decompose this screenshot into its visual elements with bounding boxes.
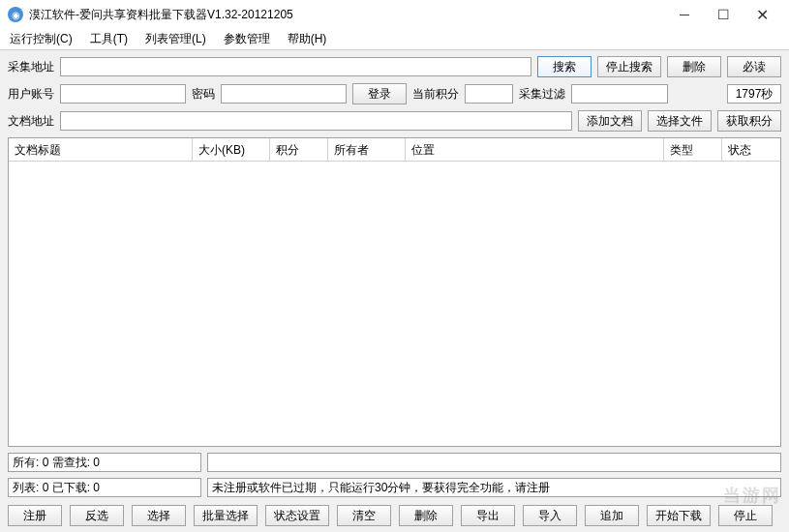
get-points-button[interactable]: 获取积分 bbox=[717, 110, 781, 132]
doc-url-label: 文档地址 bbox=[8, 113, 54, 130]
document-table: 文档标题 大小(KB) 积分 所有者 位置 类型 状态 bbox=[8, 137, 781, 447]
col-location[interactable]: 位置 bbox=[406, 138, 664, 161]
titlebar: ◉ 漠江软件-爱问共享资料批量下载器V1.32-20121205 ─ ☐ ✕ bbox=[0, 0, 789, 29]
list-downloaded-status: 列表: 0 已下载: 0 bbox=[8, 478, 201, 497]
current-points-value bbox=[465, 84, 513, 103]
doc-url-input[interactable] bbox=[60, 111, 572, 131]
close-button[interactable]: ✕ bbox=[743, 1, 781, 28]
batch-select-button[interactable]: 批量选择 bbox=[194, 505, 258, 526]
window-title: 漠江软件-爱问共享资料批量下载器V1.32-20121205 bbox=[29, 7, 665, 23]
status-row-2: 列表: 0 已下载: 0 未注册或软件已过期，只能运行30分钟，要获得完全功能，… bbox=[8, 478, 781, 497]
content-area: 采集地址 搜索 停止搜索 删除 必读 用户账号 密码 登录 当前积分 采集过滤 … bbox=[0, 50, 789, 532]
start-download-button[interactable]: 开始下载 bbox=[647, 505, 711, 526]
collect-url-input[interactable] bbox=[60, 57, 531, 76]
stop-button[interactable]: 停止 bbox=[718, 505, 773, 526]
collect-url-row: 采集地址 搜索 停止搜索 删除 必读 bbox=[8, 56, 781, 77]
doc-url-row: 文档地址 添加文档 选择文件 获取积分 bbox=[8, 110, 781, 132]
password-input[interactable] bbox=[221, 84, 347, 103]
app-window: ◉ 漠江软件-爱问共享资料批量下载器V1.32-20121205 ─ ☐ ✕ 运… bbox=[0, 0, 789, 532]
col-type[interactable]: 类型 bbox=[664, 138, 722, 161]
export-button[interactable]: 导出 bbox=[461, 505, 515, 526]
status-blank-1 bbox=[207, 453, 781, 472]
collect-url-label: 采集地址 bbox=[8, 59, 54, 75]
col-owner[interactable]: 所有者 bbox=[328, 138, 406, 161]
col-status[interactable]: 状态 bbox=[722, 138, 780, 161]
table-body[interactable] bbox=[9, 162, 780, 446]
col-size[interactable]: 大小(KB) bbox=[193, 138, 270, 161]
status-set-button[interactable]: 状态设置 bbox=[265, 505, 329, 526]
must-read-button[interactable]: 必读 bbox=[727, 56, 781, 77]
clear-button[interactable]: 清空 bbox=[337, 505, 391, 526]
col-title[interactable]: 文档标题 bbox=[9, 138, 193, 161]
select-button[interactable]: 选择 bbox=[132, 505, 186, 526]
user-account-label: 用户账号 bbox=[8, 86, 54, 103]
current-points-label: 当前积分 bbox=[412, 86, 459, 103]
stop-search-button[interactable]: 停止搜索 bbox=[597, 56, 661, 77]
menu-help[interactable]: 帮助(H) bbox=[284, 29, 331, 49]
app-icon: ◉ bbox=[8, 7, 23, 22]
menu-list-management[interactable]: 列表管理(L) bbox=[141, 29, 210, 49]
window-controls: ─ ☐ ✕ bbox=[665, 1, 781, 28]
add-doc-button[interactable]: 添加文档 bbox=[578, 110, 642, 132]
register-button[interactable]: 注册 bbox=[8, 505, 62, 526]
search-button[interactable]: 搜索 bbox=[537, 56, 592, 77]
menu-tools[interactable]: 工具(T) bbox=[86, 29, 132, 49]
status-row-1: 所有: 0 需查找: 0 bbox=[8, 453, 781, 472]
login-button[interactable]: 登录 bbox=[352, 83, 407, 104]
menu-param-management[interactable]: 参数管理 bbox=[220, 29, 274, 49]
invert-select-button[interactable]: 反选 bbox=[70, 505, 124, 526]
append-button[interactable]: 追加 bbox=[585, 505, 639, 526]
timer-display: 1797秒 bbox=[727, 84, 781, 103]
delete-button[interactable]: 删除 bbox=[667, 56, 721, 77]
all-need-find-status: 所有: 0 需查找: 0 bbox=[8, 453, 201, 472]
collect-filter-label: 采集过滤 bbox=[519, 86, 565, 103]
register-message: 未注册或软件已过期，只能运行30分钟，要获得完全功能，请注册 bbox=[207, 478, 781, 497]
table-header: 文档标题 大小(KB) 积分 所有者 位置 类型 状态 bbox=[9, 138, 780, 162]
import-button[interactable]: 导入 bbox=[523, 505, 577, 526]
bottom-toolbar: 注册 反选 选择 批量选择 状态设置 清空 删除 导出 导入 追加 开始下载 停… bbox=[8, 503, 781, 526]
menubar: 运行控制(C) 工具(T) 列表管理(L) 参数管理 帮助(H) bbox=[0, 29, 789, 50]
login-row: 用户账号 密码 登录 当前积分 采集过滤 1797秒 bbox=[8, 83, 781, 104]
delete-bottom-button[interactable]: 删除 bbox=[399, 505, 453, 526]
col-points[interactable]: 积分 bbox=[270, 138, 328, 161]
minimize-button[interactable]: ─ bbox=[665, 1, 704, 28]
menu-run-control[interactable]: 运行控制(C) bbox=[6, 29, 76, 49]
maximize-button[interactable]: ☐ bbox=[704, 1, 743, 28]
user-account-input[interactable] bbox=[60, 84, 186, 103]
password-label: 密码 bbox=[192, 86, 215, 103]
collect-filter-input[interactable] bbox=[571, 84, 668, 103]
select-file-button[interactable]: 选择文件 bbox=[648, 110, 712, 132]
